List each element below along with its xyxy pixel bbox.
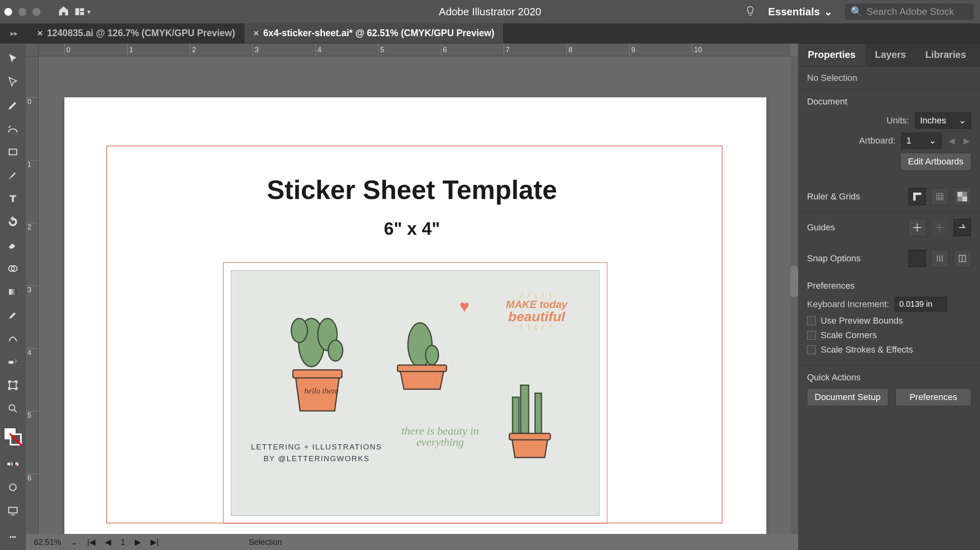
- selection-status: No Selection: [798, 66, 980, 90]
- smart-guides-icon[interactable]: [953, 219, 971, 236]
- color-mode-icons[interactable]: [6, 457, 20, 471]
- shape-builder-tool-icon[interactable]: [6, 261, 20, 276]
- rectangle-tool-icon[interactable]: [6, 145, 20, 159]
- close-icon[interactable]: ✕: [37, 29, 43, 38]
- scale-strokes-checkbox[interactable]: [807, 345, 816, 354]
- gradient-tool-icon[interactable]: [6, 285, 20, 299]
- sticker-heart-icon[interactable]: ♥: [459, 297, 469, 316]
- preferences-button[interactable]: Preferences: [896, 388, 971, 406]
- traffic-light-close[interactable]: [4, 8, 12, 16]
- sticker-cactus-1[interactable]: [279, 302, 360, 419]
- ruler-tick: 2: [190, 43, 196, 56]
- workspace-dropdown[interactable]: Essentials ⌄: [764, 4, 837, 20]
- canvas-area[interactable]: 0 1 2 3 4 5 6 7 8 9 10 0 1 2 3 4 5 6 Sti…: [26, 43, 798, 550]
- ruler-tick: 1: [26, 160, 38, 169]
- ruler-tick: 3: [253, 43, 259, 56]
- traffic-light-zoom[interactable]: [32, 8, 41, 16]
- tab-layers[interactable]: Layers: [865, 43, 916, 66]
- learn-icon[interactable]: [745, 5, 756, 18]
- ruler-tick: 0: [64, 43, 70, 56]
- svg-rect-3: [9, 149, 17, 155]
- svg-point-10: [15, 362, 16, 363]
- zoom-tool-icon[interactable]: [6, 401, 20, 416]
- vertical-ruler[interactable]: 0 1 2 3 4 5 6: [26, 56, 39, 550]
- artboard-nav-value[interactable]: 1: [121, 538, 125, 547]
- show-guides-icon[interactable]: [908, 219, 926, 236]
- document-tab-2[interactable]: ✕ 6x4-sticker-sheet.ai* @ 62.51% (CMYK/G…: [244, 23, 504, 43]
- home-icon[interactable]: [58, 5, 70, 18]
- blend-tool-icon[interactable]: [6, 331, 20, 346]
- artboard-tool-icon[interactable]: [6, 378, 20, 392]
- section-title: Preferences: [807, 281, 971, 291]
- stroke-swatch[interactable]: [10, 433, 22, 445]
- edit-artboards-button[interactable]: Edit Artboards: [900, 153, 971, 170]
- ruler-origin[interactable]: [26, 43, 39, 56]
- eraser-tool-icon[interactable]: [6, 238, 20, 252]
- curvature-tool-icon[interactable]: [6, 121, 20, 136]
- next-artboard-icon[interactable]: ▶: [135, 537, 141, 547]
- artboard-dropdown[interactable]: 1 ⌄: [901, 133, 941, 149]
- expand-panels-icon[interactable]: ▸▸: [0, 23, 28, 43]
- prev-artboard-icon[interactable]: ◀: [105, 537, 111, 547]
- close-icon[interactable]: ✕: [253, 29, 259, 38]
- prev-artboard-icon[interactable]: ◀: [947, 136, 956, 146]
- horizontal-ruler[interactable]: 0 1 2 3 4 5 6 7 8 9 10: [39, 43, 790, 56]
- right-panels: Properties Layers Libraries No Selection…: [798, 43, 980, 550]
- artboard-label: Artboard:: [859, 135, 896, 146]
- zoom-level[interactable]: 62.51%: [34, 538, 61, 547]
- snap-to-grid-icon[interactable]: [931, 250, 949, 267]
- screen-mode-icon[interactable]: [6, 503, 20, 518]
- transparency-grid-icon[interactable]: [953, 188, 971, 205]
- preferences-section: Preferences Keyboard Increment: Use Prev…: [798, 274, 980, 366]
- svg-rect-1: [80, 8, 84, 11]
- snap-options-section: Snap Options: [798, 243, 980, 274]
- symbol-sprayer-tool-icon[interactable]: [6, 355, 20, 369]
- tab-properties[interactable]: Properties: [798, 43, 865, 66]
- sticker-script-beauty[interactable]: there is beauty in everything: [396, 425, 484, 448]
- pot-label-text: hello there: [304, 387, 338, 395]
- svg-point-21: [291, 318, 307, 343]
- edit-toolbar-icon[interactable]: •••: [6, 530, 20, 544]
- artwork-credit: LETTERING + ILLUSTRATIONS BY @LETTERINGW…: [251, 441, 382, 464]
- snap-to-point-icon[interactable]: [908, 250, 926, 267]
- grid-toggle-icon[interactable]: [931, 188, 949, 205]
- vertical-scrollbar[interactable]: [790, 56, 798, 550]
- next-artboard-icon[interactable]: ▶: [962, 136, 971, 146]
- direct-selection-tool-icon[interactable]: [6, 75, 20, 89]
- rotate-tool-icon[interactable]: [6, 215, 20, 229]
- pen-tool-icon[interactable]: [6, 98, 20, 113]
- traffic-light-minimize[interactable]: [18, 8, 27, 16]
- svg-rect-26: [397, 365, 447, 371]
- arrange-documents-button[interactable]: ▾: [74, 6, 91, 17]
- sticker-cactus-2[interactable]: [388, 317, 456, 397]
- units-dropdown[interactable]: Inches ⌄: [915, 113, 971, 129]
- artwork-subtitle: 6" x 4": [384, 219, 440, 239]
- fill-stroke-swatch[interactable]: [4, 428, 22, 445]
- snap-to-pixel-icon[interactable]: [953, 250, 971, 267]
- paintbrush-tool-icon[interactable]: [6, 168, 20, 183]
- main-area: ••• 0 1 2 3 4 5 6 7 8 9 10 0 1 2 3 4 5 6: [0, 43, 980, 550]
- ruler-toggle-icon[interactable]: [908, 188, 926, 205]
- scale-corners-checkbox[interactable]: [807, 331, 816, 340]
- section-title: Document: [807, 96, 971, 107]
- search-stock-input[interactable]: 🔍 Search Adobe Stock: [845, 4, 974, 20]
- selection-tool-icon[interactable]: [6, 51, 20, 66]
- svg-rect-27: [509, 433, 550, 440]
- svg-point-9: [16, 361, 17, 362]
- lock-guides-icon[interactable]: [931, 219, 949, 236]
- use-preview-bounds-checkbox[interactable]: [807, 316, 816, 325]
- type-tool-icon[interactable]: [6, 191, 20, 206]
- sticker-cactus-3[interactable]: [496, 373, 565, 474]
- draw-mode-icon[interactable]: [6, 480, 20, 495]
- eyedropper-tool-icon[interactable]: [6, 308, 20, 322]
- scrollbar-thumb[interactable]: [790, 265, 798, 298]
- svg-rect-13: [7, 462, 10, 466]
- tab-libraries[interactable]: Libraries: [916, 43, 976, 66]
- last-artboard-icon[interactable]: ▶|: [150, 537, 159, 547]
- sticker-script-make-today[interactable]: / / | \ \ MAKE today beautiful \ \ | / /: [484, 292, 589, 330]
- document-setup-button[interactable]: Document Setup: [807, 388, 888, 406]
- chevron-down-icon[interactable]: ⌄: [71, 537, 78, 547]
- document-tab-1[interactable]: ✕ 1240835.ai @ 126.7% (CMYK/GPU Preview): [28, 23, 244, 43]
- keyboard-increment-input[interactable]: [895, 297, 947, 312]
- first-artboard-icon[interactable]: |◀: [87, 537, 95, 547]
